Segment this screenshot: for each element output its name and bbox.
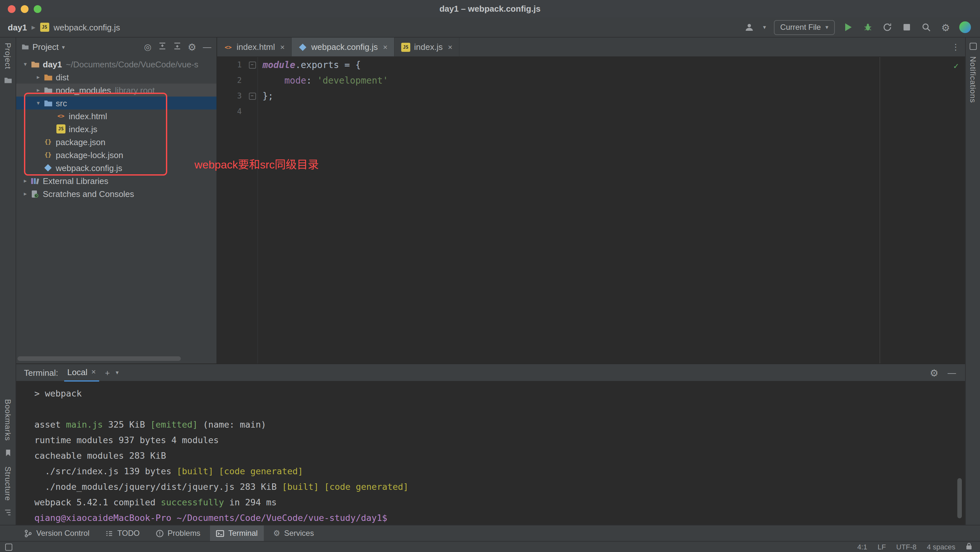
close-icon[interactable]: ×	[91, 367, 96, 376]
hide-terminal-icon[interactable]: —	[948, 368, 956, 378]
toolbar-right: ▾ Current File ▾ ⚙	[744, 20, 971, 35]
avatar[interactable]	[959, 21, 971, 33]
titlebar: day1 – webpack.config.js	[0, 0, 980, 17]
structure-icon[interactable]	[4, 509, 12, 518]
libraries-icon	[30, 176, 41, 185]
left-tool-stripe: Project Bookmarks Structure	[0, 38, 16, 525]
tab-webpack-config-js[interactable]: webpack.config.js ×	[292, 38, 395, 56]
breadcrumb-file[interactable]: webpack.config.js	[54, 22, 120, 32]
tree-item-scratches[interactable]: ▸ Scratches and Consoles	[16, 187, 216, 200]
tree-item-webpack-config-js[interactable]: webpack.config.js	[16, 161, 216, 174]
bookmark-icon[interactable]	[4, 449, 11, 459]
toolwindow-services[interactable]: ⚙ Services	[267, 525, 320, 541]
toolwindow-terminal[interactable]: Terminal	[210, 525, 264, 541]
js-file-icon: JS	[56, 124, 67, 133]
tab-options-icon[interactable]: ⋮	[951, 42, 960, 52]
notifications-indicator-icon[interactable]	[969, 43, 977, 50]
hide-panel-icon[interactable]: —	[203, 42, 211, 52]
tool-stripe-bookmarks-tab[interactable]: Bookmarks	[3, 400, 12, 441]
debug-button[interactable]	[862, 21, 874, 33]
chevron-right-icon[interactable]: ▸	[20, 190, 30, 197]
terminal-settings-gear-icon[interactable]: ⚙	[930, 368, 939, 378]
new-terminal-icon[interactable]: +	[105, 368, 110, 378]
terminal-tab-local[interactable]: Local ×	[64, 363, 99, 382]
project-panel-header: Project ▾ ◎ ⚙ —	[16, 38, 216, 56]
readonly-lock-icon[interactable]	[966, 542, 972, 551]
chevron-down-icon[interactable]: ▾	[33, 100, 43, 106]
stop-button[interactable]	[901, 21, 913, 33]
scratches-icon	[30, 189, 41, 198]
project-horizontal-scrollbar[interactable]	[18, 356, 181, 361]
status-bar: 4:1 LF UTF-8 4 spaces	[0, 541, 980, 552]
settings-gear-icon[interactable]: ⚙	[940, 21, 951, 33]
tree-item-external-libraries[interactable]: ▸ External Libraries	[16, 174, 216, 187]
terminal-header: Terminal: Local × + ▾ ⚙ —	[16, 364, 965, 381]
tree-item-package-json[interactable]: {} package.json	[16, 135, 216, 148]
breadcrumb-project[interactable]: day1	[8, 22, 27, 32]
tool-stripe-structure-tab[interactable]: Structure	[3, 466, 12, 501]
chevron-right-icon[interactable]: ▸	[33, 74, 43, 80]
toolwindow-todo[interactable]: TODO	[99, 525, 145, 541]
toolwindow-version-control[interactable]: Version Control	[18, 525, 95, 541]
project-folder-icon	[30, 60, 41, 68]
toolwindow-switcher-icon[interactable]	[5, 543, 12, 550]
close-icon[interactable]: ×	[448, 43, 452, 51]
fold-region-icon[interactable]: −	[248, 61, 256, 68]
file-encoding[interactable]: UTF-8	[896, 543, 916, 551]
collapse-all-icon[interactable]	[173, 42, 181, 52]
code-editor[interactable]: 1 − module.exports = { 2 mode: 'developm…	[217, 57, 965, 363]
minimize-window-button[interactable]	[21, 5, 29, 13]
terminal-scrollbar[interactable]	[957, 478, 962, 518]
user-account-icon[interactable]	[744, 21, 756, 33]
editor-tab-bar: <> index.html × webpack.config.js × JS i…	[217, 38, 965, 57]
webpack-file-icon	[299, 43, 307, 51]
locate-file-icon[interactable]: ◎	[144, 42, 151, 52]
line-separator[interactable]: LF	[878, 543, 886, 551]
chevron-down-icon: ▾	[826, 24, 828, 30]
chevron-down-icon[interactable]: ▾	[62, 44, 65, 50]
expand-all-icon[interactable]	[158, 42, 166, 52]
inspections-ok-icon[interactable]: ✓	[953, 61, 959, 71]
toolwindow-problems[interactable]: Problems	[150, 525, 206, 541]
tool-stripe-notifications-tab[interactable]: Notifications	[968, 56, 977, 103]
fold-region-end-icon[interactable]: −	[248, 92, 256, 100]
project-view-icon	[21, 42, 29, 52]
terminal-title: Terminal:	[24, 368, 58, 378]
chevron-down-icon[interactable]: ▾	[116, 369, 119, 376]
chevron-right-icon[interactable]: ▸	[20, 178, 30, 184]
chevron-down-icon[interactable]: ▾	[20, 61, 30, 67]
caret-position[interactable]: 4:1	[857, 543, 867, 551]
close-window-button[interactable]	[8, 5, 16, 13]
rerun-button[interactable]	[881, 21, 893, 33]
zoom-window-button[interactable]	[34, 5, 41, 13]
ide-window: day1 – webpack.config.js day1 ▸ JS webpa…	[0, 0, 980, 552]
project-tool-icon[interactable]	[3, 76, 12, 86]
json-file-icon: {}	[43, 137, 54, 146]
indent-style[interactable]: 4 spaces	[927, 543, 955, 551]
chevron-right-icon[interactable]: ▸	[33, 87, 43, 93]
tree-item-node-modules[interactable]: ▸ node_modules library root	[16, 84, 216, 97]
terminal-output[interactable]: > webpack asset main.js 325 KiB [emitted…	[16, 381, 965, 527]
excluded-folder-icon	[43, 73, 54, 81]
project-settings-gear-icon[interactable]: ⚙	[188, 42, 196, 52]
tab-index-js[interactable]: JS index.js ×	[395, 38, 460, 56]
run-configuration-label: Current File	[780, 23, 821, 32]
user-dropdown-arrow-icon[interactable]: ▾	[763, 24, 766, 30]
tree-item-index-html[interactable]: <> index.html	[16, 109, 216, 122]
close-icon[interactable]: ×	[383, 43, 388, 51]
tree-item-package-lock-json[interactable]: {} package-lock.json	[16, 148, 216, 161]
tool-stripe-project-tab[interactable]: Project	[3, 43, 12, 69]
tree-item-src[interactable]: ▾ src	[16, 97, 216, 109]
editor-area: <> index.html × webpack.config.js × JS i…	[217, 38, 965, 363]
tree-item-index-js[interactable]: JS index.js	[16, 122, 216, 135]
tree-item-dist[interactable]: ▸ dist	[16, 71, 216, 84]
search-everywhere-icon[interactable]	[920, 21, 932, 33]
run-configuration-select[interactable]: Current File ▾	[774, 20, 835, 35]
project-view-selector[interactable]: Project	[32, 42, 59, 52]
tree-item-day1[interactable]: ▾ day1 ~/Documents/Code/VueCode/vue-s	[16, 58, 216, 71]
json-file-icon: {}	[43, 150, 54, 159]
tab-index-html[interactable]: <> index.html ×	[217, 38, 292, 56]
close-icon[interactable]: ×	[280, 43, 285, 51]
html-file-icon: <>	[56, 111, 67, 121]
run-button[interactable]	[843, 21, 854, 33]
